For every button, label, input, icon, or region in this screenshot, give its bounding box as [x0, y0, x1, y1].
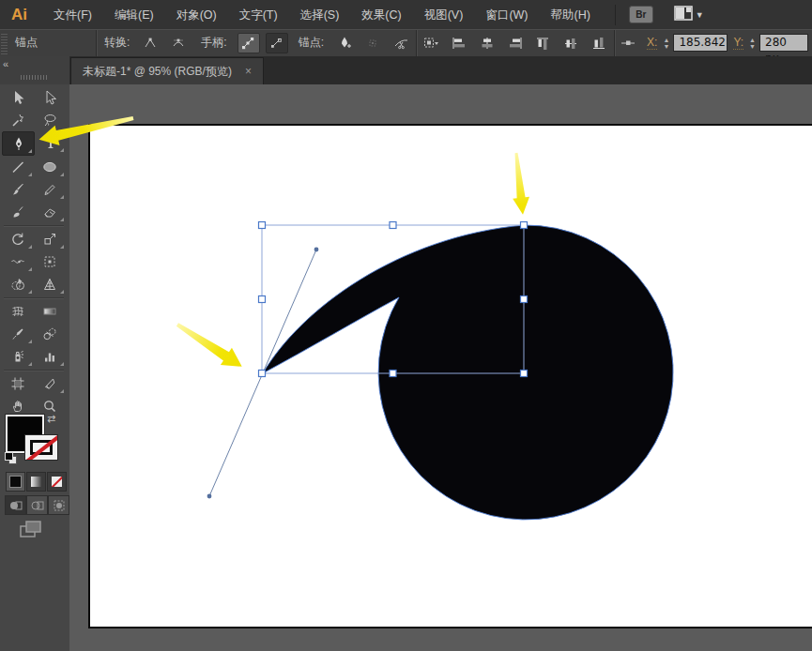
x-coordinate-field[interactable]: 185.842 [673, 34, 728, 52]
menu-item[interactable]: 编辑(E) [103, 1, 165, 29]
y-spinner[interactable]: ▲▼ [747, 35, 758, 52]
blend-tool[interactable] [34, 323, 66, 345]
pencil-tool[interactable] [34, 178, 66, 201]
tool-row [2, 323, 66, 345]
tools-panel: ⇄ [0, 84, 71, 651]
x-spinner[interactable]: ▲▼ [661, 35, 671, 52]
blend-icon [42, 326, 57, 341]
pen-tool[interactable] [2, 131, 35, 156]
zoom-icon [42, 399, 57, 414]
align-right-icon[interactable] [504, 33, 527, 53]
menu-item[interactable]: 文件(F) [42, 1, 103, 29]
show-handles-icon[interactable] [237, 33, 260, 53]
tools-panel-header: « [0, 56, 70, 84]
paintbrush-tool[interactable] [2, 178, 34, 201]
control-bar-panel-label: 锚点 [15, 35, 88, 51]
mesh-tool[interactable] [2, 300, 34, 323]
free-transform-tool[interactable] [34, 250, 66, 273]
artboard-tool[interactable] [2, 372, 34, 395]
selected-shape-path[interactable] [263, 225, 673, 520]
app-logo: Ai [11, 6, 27, 24]
delete-anchor-icon [362, 33, 385, 53]
isolate-icon[interactable] [618, 34, 638, 53]
line-segment-tool[interactable] [2, 156, 34, 178]
y-coordinate-field[interactable]: 280 px [759, 34, 808, 52]
tool-row [2, 156, 66, 178]
convert-to-corner-icon[interactable] [140, 33, 162, 53]
menu-item[interactable]: 视图(V) [413, 1, 475, 29]
anchors-label: 锚点: [299, 35, 324, 51]
hide-handles-icon[interactable] [266, 33, 288, 53]
menu-item[interactable]: 选择(S) [289, 1, 351, 29]
align-middle-v-icon[interactable] [560, 33, 583, 53]
line-segment-icon [10, 159, 25, 174]
gradient-button[interactable] [26, 472, 46, 492]
fill-stroke-widget: ⇄ [0, 413, 69, 473]
y-coordinate-label[interactable]: Y: [733, 36, 743, 50]
convert-to-smooth-icon[interactable] [168, 33, 191, 53]
tool-row [2, 201, 66, 223]
menu-item[interactable]: 文字(T) [228, 1, 289, 29]
slice-tool[interactable] [34, 372, 66, 395]
add-anchor-pen-icon[interactable] [334, 33, 357, 53]
handles-label: 手柄: [201, 35, 226, 51]
collapse-panel-button[interactable]: « [3, 59, 8, 69]
close-tab-icon[interactable]: × [245, 65, 252, 78]
shape-builder-tool[interactable] [2, 273, 34, 295]
menu-items: 文件(F)编辑(E)对象(O)文字(T)选择(S)效果(C)视图(V)窗口(W)… [42, 1, 602, 29]
perspective-grid-tool[interactable] [34, 273, 66, 295]
gradient-tool[interactable] [34, 300, 66, 323]
draw-inside-button[interactable] [48, 495, 69, 515]
screen-mode-icon[interactable] [19, 520, 43, 542]
magic-wand-tool[interactable] [2, 109, 34, 131]
none-button[interactable] [47, 472, 67, 492]
width-icon [10, 254, 25, 269]
x-coordinate-label[interactable]: X: [647, 36, 657, 50]
control-bar-grip[interactable] [1, 32, 8, 54]
cut-path-icon[interactable] [391, 33, 413, 53]
align-left-icon[interactable] [448, 33, 470, 53]
panel-grip[interactable] [21, 75, 47, 80]
align-center-h-icon[interactable] [476, 33, 498, 53]
bridge-button[interactable]: Br [629, 6, 653, 23]
menu-item[interactable]: 对象(O) [165, 1, 228, 29]
workspace-switcher-button[interactable]: ▼ [674, 6, 704, 24]
canvas-area[interactable] [69, 84, 812, 651]
draw-normal-button[interactable] [5, 495, 26, 515]
lasso-tool[interactable] [34, 109, 66, 131]
type-tool[interactable] [35, 131, 66, 154]
workspace-layout-icon [674, 6, 693, 24]
eraser-tool[interactable] [34, 201, 66, 223]
tool-row [2, 273, 66, 295]
symbol-sprayer-tool[interactable] [2, 345, 34, 368]
direction-handle-end[interactable] [207, 494, 212, 499]
menu-item[interactable]: 帮助(H) [540, 1, 602, 29]
slice-icon [42, 376, 57, 391]
default-fill-stroke-icon[interactable] [5, 452, 17, 464]
swap-fill-stroke-icon[interactable]: ⇄ [47, 413, 55, 425]
artwork-layer [69, 84, 812, 651]
column-graph-tool[interactable] [34, 345, 66, 368]
align-bottom-icon[interactable] [589, 33, 611, 53]
draw-behind-button[interactable] [26, 495, 48, 515]
artboard-bounds-dropdown-icon[interactable] [420, 33, 442, 53]
menu-item[interactable]: 窗口(W) [474, 1, 539, 29]
tool-row [2, 86, 66, 109]
eyedropper-tool[interactable] [2, 323, 34, 345]
document-tab[interactable]: 未标题-1* @ 95% (RGB/预览) × [70, 57, 264, 84]
ellipse-tool[interactable] [34, 156, 66, 178]
paint-style-buttons [6, 472, 68, 492]
width-tool[interactable] [2, 250, 34, 273]
selection-tool[interactable] [2, 86, 34, 109]
rotate-tool[interactable] [2, 228, 34, 250]
direct-selection-tool[interactable] [34, 86, 66, 109]
color-button[interactable] [6, 472, 25, 492]
stroke-swatch[interactable] [25, 435, 57, 460]
blob-brush-tool[interactable] [2, 201, 34, 223]
menu-divider [615, 5, 616, 25]
direction-handle-end[interactable] [314, 248, 319, 252]
hand-icon [10, 399, 25, 414]
menu-item[interactable]: 效果(C) [350, 1, 412, 29]
scale-tool[interactable] [34, 228, 66, 250]
align-top-icon[interactable] [532, 33, 555, 53]
